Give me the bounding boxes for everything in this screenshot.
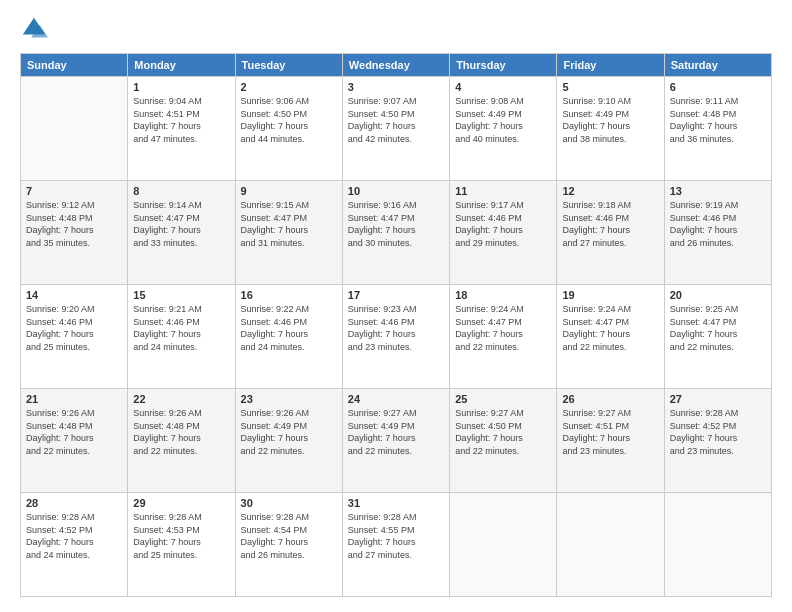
calendar-table: SundayMondayTuesdayWednesdayThursdayFrid… [20, 53, 772, 597]
day-number: 19 [562, 289, 658, 301]
day-info: Sunrise: 9:08 AM Sunset: 4:49 PM Dayligh… [455, 95, 551, 145]
day-cell: 1Sunrise: 9:04 AM Sunset: 4:51 PM Daylig… [128, 77, 235, 181]
day-info: Sunrise: 9:28 AM Sunset: 4:52 PM Dayligh… [670, 407, 766, 457]
day-number: 21 [26, 393, 122, 405]
day-info: Sunrise: 9:14 AM Sunset: 4:47 PM Dayligh… [133, 199, 229, 249]
day-number: 27 [670, 393, 766, 405]
day-number: 26 [562, 393, 658, 405]
day-number: 7 [26, 185, 122, 197]
day-info: Sunrise: 9:26 AM Sunset: 4:48 PM Dayligh… [133, 407, 229, 457]
day-info: Sunrise: 9:16 AM Sunset: 4:47 PM Dayligh… [348, 199, 444, 249]
day-info: Sunrise: 9:17 AM Sunset: 4:46 PM Dayligh… [455, 199, 551, 249]
day-number: 30 [241, 497, 337, 509]
day-number: 17 [348, 289, 444, 301]
day-cell: 26Sunrise: 9:27 AM Sunset: 4:51 PM Dayli… [557, 389, 664, 493]
weekday-header-tuesday: Tuesday [235, 54, 342, 77]
day-number: 10 [348, 185, 444, 197]
week-row-3: 14Sunrise: 9:20 AM Sunset: 4:46 PM Dayli… [21, 285, 772, 389]
day-info: Sunrise: 9:07 AM Sunset: 4:50 PM Dayligh… [348, 95, 444, 145]
day-number: 12 [562, 185, 658, 197]
day-info: Sunrise: 9:27 AM Sunset: 4:49 PM Dayligh… [348, 407, 444, 457]
day-cell: 11Sunrise: 9:17 AM Sunset: 4:46 PM Dayli… [450, 181, 557, 285]
weekday-header-thursday: Thursday [450, 54, 557, 77]
day-cell: 25Sunrise: 9:27 AM Sunset: 4:50 PM Dayli… [450, 389, 557, 493]
day-info: Sunrise: 9:18 AM Sunset: 4:46 PM Dayligh… [562, 199, 658, 249]
day-info: Sunrise: 9:15 AM Sunset: 4:47 PM Dayligh… [241, 199, 337, 249]
logo-icon [20, 15, 48, 43]
day-info: Sunrise: 9:04 AM Sunset: 4:51 PM Dayligh… [133, 95, 229, 145]
day-info: Sunrise: 9:22 AM Sunset: 4:46 PM Dayligh… [241, 303, 337, 353]
day-number: 1 [133, 81, 229, 93]
day-cell: 22Sunrise: 9:26 AM Sunset: 4:48 PM Dayli… [128, 389, 235, 493]
day-number: 5 [562, 81, 658, 93]
day-cell: 27Sunrise: 9:28 AM Sunset: 4:52 PM Dayli… [664, 389, 771, 493]
day-number: 6 [670, 81, 766, 93]
day-cell: 29Sunrise: 9:28 AM Sunset: 4:53 PM Dayli… [128, 493, 235, 597]
day-number: 24 [348, 393, 444, 405]
day-number: 13 [670, 185, 766, 197]
day-info: Sunrise: 9:06 AM Sunset: 4:50 PM Dayligh… [241, 95, 337, 145]
weekday-header-saturday: Saturday [664, 54, 771, 77]
day-number: 15 [133, 289, 229, 301]
day-cell: 19Sunrise: 9:24 AM Sunset: 4:47 PM Dayli… [557, 285, 664, 389]
weekday-header-monday: Monday [128, 54, 235, 77]
day-number: 20 [670, 289, 766, 301]
day-info: Sunrise: 9:28 AM Sunset: 4:52 PM Dayligh… [26, 511, 122, 561]
day-cell: 17Sunrise: 9:23 AM Sunset: 4:46 PM Dayli… [342, 285, 449, 389]
day-info: Sunrise: 9:11 AM Sunset: 4:48 PM Dayligh… [670, 95, 766, 145]
day-cell: 13Sunrise: 9:19 AM Sunset: 4:46 PM Dayli… [664, 181, 771, 285]
day-number: 31 [348, 497, 444, 509]
day-number: 3 [348, 81, 444, 93]
day-cell [450, 493, 557, 597]
day-cell: 3Sunrise: 9:07 AM Sunset: 4:50 PM Daylig… [342, 77, 449, 181]
day-info: Sunrise: 9:24 AM Sunset: 4:47 PM Dayligh… [455, 303, 551, 353]
day-number: 2 [241, 81, 337, 93]
day-number: 8 [133, 185, 229, 197]
day-number: 23 [241, 393, 337, 405]
day-info: Sunrise: 9:26 AM Sunset: 4:48 PM Dayligh… [26, 407, 122, 457]
day-info: Sunrise: 9:27 AM Sunset: 4:51 PM Dayligh… [562, 407, 658, 457]
day-cell: 20Sunrise: 9:25 AM Sunset: 4:47 PM Dayli… [664, 285, 771, 389]
weekday-header-wednesday: Wednesday [342, 54, 449, 77]
day-cell: 16Sunrise: 9:22 AM Sunset: 4:46 PM Dayli… [235, 285, 342, 389]
day-info: Sunrise: 9:28 AM Sunset: 4:53 PM Dayligh… [133, 511, 229, 561]
weekday-header-sunday: Sunday [21, 54, 128, 77]
day-cell: 24Sunrise: 9:27 AM Sunset: 4:49 PM Dayli… [342, 389, 449, 493]
day-info: Sunrise: 9:26 AM Sunset: 4:49 PM Dayligh… [241, 407, 337, 457]
weekday-header-row: SundayMondayTuesdayWednesdayThursdayFrid… [21, 54, 772, 77]
header [20, 15, 772, 43]
day-info: Sunrise: 9:27 AM Sunset: 4:50 PM Dayligh… [455, 407, 551, 457]
day-cell [557, 493, 664, 597]
day-number: 11 [455, 185, 551, 197]
day-cell: 21Sunrise: 9:26 AM Sunset: 4:48 PM Dayli… [21, 389, 128, 493]
day-number: 16 [241, 289, 337, 301]
day-number: 14 [26, 289, 122, 301]
day-cell: 31Sunrise: 9:28 AM Sunset: 4:55 PM Dayli… [342, 493, 449, 597]
day-info: Sunrise: 9:10 AM Sunset: 4:49 PM Dayligh… [562, 95, 658, 145]
day-info: Sunrise: 9:28 AM Sunset: 4:55 PM Dayligh… [348, 511, 444, 561]
day-cell: 5Sunrise: 9:10 AM Sunset: 4:49 PM Daylig… [557, 77, 664, 181]
day-cell [21, 77, 128, 181]
day-number: 29 [133, 497, 229, 509]
week-row-4: 21Sunrise: 9:26 AM Sunset: 4:48 PM Dayli… [21, 389, 772, 493]
day-cell: 30Sunrise: 9:28 AM Sunset: 4:54 PM Dayli… [235, 493, 342, 597]
week-row-5: 28Sunrise: 9:28 AM Sunset: 4:52 PM Dayli… [21, 493, 772, 597]
day-cell: 12Sunrise: 9:18 AM Sunset: 4:46 PM Dayli… [557, 181, 664, 285]
weekday-header-friday: Friday [557, 54, 664, 77]
day-info: Sunrise: 9:20 AM Sunset: 4:46 PM Dayligh… [26, 303, 122, 353]
day-cell: 2Sunrise: 9:06 AM Sunset: 4:50 PM Daylig… [235, 77, 342, 181]
day-cell [664, 493, 771, 597]
day-info: Sunrise: 9:24 AM Sunset: 4:47 PM Dayligh… [562, 303, 658, 353]
day-info: Sunrise: 9:21 AM Sunset: 4:46 PM Dayligh… [133, 303, 229, 353]
day-info: Sunrise: 9:25 AM Sunset: 4:47 PM Dayligh… [670, 303, 766, 353]
week-row-2: 7Sunrise: 9:12 AM Sunset: 4:48 PM Daylig… [21, 181, 772, 285]
day-info: Sunrise: 9:12 AM Sunset: 4:48 PM Dayligh… [26, 199, 122, 249]
day-number: 28 [26, 497, 122, 509]
day-number: 22 [133, 393, 229, 405]
day-number: 9 [241, 185, 337, 197]
day-cell: 23Sunrise: 9:26 AM Sunset: 4:49 PM Dayli… [235, 389, 342, 493]
day-cell: 10Sunrise: 9:16 AM Sunset: 4:47 PM Dayli… [342, 181, 449, 285]
week-row-1: 1Sunrise: 9:04 AM Sunset: 4:51 PM Daylig… [21, 77, 772, 181]
day-cell: 9Sunrise: 9:15 AM Sunset: 4:47 PM Daylig… [235, 181, 342, 285]
day-info: Sunrise: 9:28 AM Sunset: 4:54 PM Dayligh… [241, 511, 337, 561]
